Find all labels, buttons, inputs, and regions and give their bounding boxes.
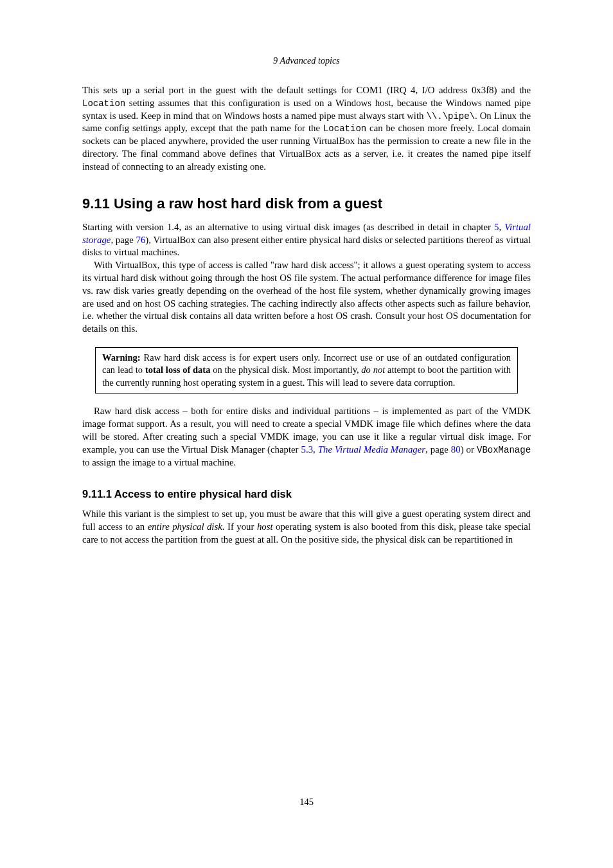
link-chapter-5-3[interactable]: 5.3 bbox=[301, 444, 314, 455]
paragraph-2: Starting with version 1.4, as an alterna… bbox=[82, 221, 531, 259]
section-heading-9-11: 9.11 Using a raw host hard disk from a g… bbox=[82, 195, 531, 212]
warning-label: Warning: bbox=[102, 352, 141, 363]
paragraph-3: With VirtualBox, this type of access is … bbox=[82, 259, 531, 336]
code-inline: \\.\pipe\ bbox=[426, 111, 475, 122]
text: , bbox=[313, 444, 318, 455]
paragraph-1: This sets up a serial port in the guest … bbox=[82, 84, 531, 174]
text: on the physical disk. Most importantly, bbox=[210, 365, 361, 375]
link-page-76[interactable]: 76 bbox=[136, 235, 146, 245]
text: , page bbox=[111, 235, 136, 245]
subsection-heading-9-11-1: 9.11.1 Access to entire physical hard di… bbox=[82, 488, 531, 500]
section-title: Using a raw host hard disk from a guest bbox=[114, 195, 382, 212]
code-inline: Location bbox=[82, 98, 125, 109]
text-bold: total loss of data bbox=[145, 365, 211, 375]
text: , bbox=[499, 222, 504, 232]
page-number: 145 bbox=[0, 797, 613, 808]
text: Starting with version 1.4, as an alterna… bbox=[82, 222, 494, 232]
text: . If your bbox=[222, 521, 257, 532]
text: to assign the image to a virtual machine… bbox=[82, 457, 236, 467]
section-number: 9.11 bbox=[82, 195, 110, 212]
paragraph-5: While this variant is the simplest to se… bbox=[82, 508, 531, 546]
document-page: 9 Advanced topics This sets up a serial … bbox=[0, 0, 613, 868]
text-italic: do not bbox=[361, 365, 385, 375]
code-inline: Location bbox=[323, 123, 366, 134]
text: This sets up a serial port in the guest … bbox=[82, 85, 531, 95]
text: ) or bbox=[461, 444, 477, 455]
chapter-header: 9 Advanced topics bbox=[82, 55, 531, 66]
subsection-title: Access to entire physical hard disk bbox=[114, 488, 292, 500]
paragraph-4: Raw hard disk access – both for entire d… bbox=[82, 405, 531, 469]
text: , page bbox=[425, 444, 451, 455]
code-inline: VBoxManage bbox=[477, 445, 531, 455]
link-virtual-media-manager[interactable]: The Virtual Media Manager bbox=[318, 444, 425, 455]
text-italic: entire physical disk bbox=[148, 521, 222, 532]
warning-box: Warning: Raw hard disk access is for exp… bbox=[95, 347, 518, 393]
link-page-80[interactable]: 80 bbox=[451, 444, 461, 455]
subsection-number: 9.11.1 bbox=[82, 488, 112, 500]
text: ), VirtualBox can also present either en… bbox=[82, 235, 531, 258]
text-italic: host bbox=[257, 521, 273, 532]
